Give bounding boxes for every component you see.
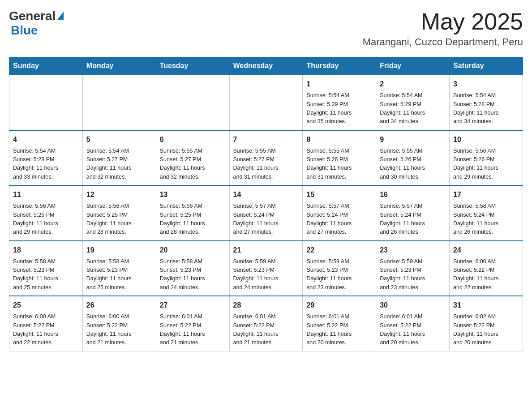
month-title: May 2025	[363, 9, 523, 34]
day-number: 17	[453, 189, 519, 200]
day-info: Sunrise: 5:57 AMSunset: 5:24 PMDaylight:…	[233, 202, 299, 237]
day-info: Sunrise: 5:56 AMSunset: 5:25 PMDaylight:…	[86, 202, 152, 237]
calendar-day-cell: 25Sunrise: 6:00 AMSunset: 5:22 PMDayligh…	[9, 296, 83, 351]
calendar-day-cell: 6Sunrise: 5:55 AMSunset: 5:27 PMDaylight…	[156, 130, 229, 186]
calendar-day-cell: 30Sunrise: 6:01 AMSunset: 5:22 PMDayligh…	[376, 296, 450, 351]
day-info: Sunrise: 5:55 AMSunset: 5:27 PMDaylight:…	[233, 147, 299, 182]
logo-blue-text: Blue	[11, 23, 38, 37]
day-number: 5	[86, 134, 152, 145]
day-number: 24	[453, 245, 519, 256]
calendar-day-cell: 17Sunrise: 5:58 AMSunset: 5:24 PMDayligh…	[450, 185, 523, 241]
day-number: 19	[86, 245, 152, 256]
day-number: 15	[306, 189, 372, 200]
day-info: Sunrise: 5:58 AMSunset: 5:24 PMDaylight:…	[453, 202, 519, 237]
day-number: 20	[160, 245, 226, 256]
day-info: Sunrise: 5:58 AMSunset: 5:23 PMDaylight:…	[13, 257, 79, 292]
day-info: Sunrise: 6:02 AMSunset: 5:22 PMDaylight:…	[453, 313, 519, 347]
calendar-day-cell	[82, 75, 156, 130]
logo-triangle-icon	[57, 12, 64, 20]
calendar-day-cell: 7Sunrise: 5:55 AMSunset: 5:27 PMDaylight…	[229, 130, 303, 186]
day-info: Sunrise: 5:58 AMSunset: 5:23 PMDaylight:…	[86, 257, 152, 292]
logo: General Blue	[9, 9, 64, 38]
calendar-day-cell: 23Sunrise: 5:59 AMSunset: 5:23 PMDayligh…	[376, 241, 450, 296]
day-number: 26	[86, 300, 152, 311]
day-info: Sunrise: 5:54 AMSunset: 5:27 PMDaylight:…	[86, 147, 152, 182]
calendar-day-cell: 18Sunrise: 5:58 AMSunset: 5:23 PMDayligh…	[9, 241, 83, 296]
calendar-day-cell: 12Sunrise: 5:56 AMSunset: 5:25 PMDayligh…	[82, 185, 156, 241]
calendar-day-cell: 26Sunrise: 6:00 AMSunset: 5:22 PMDayligh…	[82, 296, 156, 351]
calendar-day-cell	[9, 75, 83, 130]
calendar-day-cell: 22Sunrise: 5:59 AMSunset: 5:23 PMDayligh…	[303, 241, 376, 296]
day-info: Sunrise: 5:56 AMSunset: 5:25 PMDaylight:…	[13, 202, 79, 237]
day-number: 31	[453, 300, 519, 311]
calendar-day-cell: 19Sunrise: 5:58 AMSunset: 5:23 PMDayligh…	[82, 241, 156, 296]
day-info: Sunrise: 6:00 AMSunset: 5:22 PMDaylight:…	[453, 257, 519, 292]
calendar-day-cell: 9Sunrise: 5:55 AMSunset: 5:26 PMDaylight…	[376, 130, 450, 186]
day-info: Sunrise: 5:55 AMSunset: 5:27 PMDaylight:…	[160, 147, 226, 182]
calendar-day-cell: 1Sunrise: 5:54 AMSunset: 5:29 PMDaylight…	[303, 75, 376, 130]
day-number: 29	[306, 300, 372, 311]
calendar-day-cell: 29Sunrise: 6:01 AMSunset: 5:22 PMDayligh…	[303, 296, 376, 351]
day-number: 4	[13, 134, 79, 145]
calendar-day-header: Tuesday	[156, 57, 229, 75]
calendar-day-cell: 16Sunrise: 5:57 AMSunset: 5:24 PMDayligh…	[376, 185, 450, 241]
calendar-day-header: Sunday	[9, 57, 83, 75]
day-number: 7	[233, 134, 299, 145]
day-info: Sunrise: 5:59 AMSunset: 5:23 PMDaylight:…	[380, 257, 446, 292]
calendar-header-row: SundayMondayTuesdayWednesdayThursdayFrid…	[9, 57, 523, 75]
day-number: 6	[160, 134, 226, 145]
calendar-day-header: Monday	[82, 57, 156, 75]
day-number: 25	[13, 300, 79, 311]
calendar-table: SundayMondayTuesdayWednesdayThursdayFrid…	[9, 57, 523, 351]
day-info: Sunrise: 5:58 AMSunset: 5:23 PMDaylight:…	[160, 257, 226, 292]
day-number: 2	[380, 79, 446, 90]
day-number: 21	[233, 245, 299, 256]
day-info: Sunrise: 5:57 AMSunset: 5:24 PMDaylight:…	[380, 202, 446, 237]
calendar-day-cell: 5Sunrise: 5:54 AMSunset: 5:27 PMDaylight…	[82, 130, 156, 186]
day-number: 1	[306, 79, 372, 90]
day-number: 27	[160, 300, 226, 311]
calendar-day-cell	[156, 75, 229, 130]
day-info: Sunrise: 6:01 AMSunset: 5:22 PMDaylight:…	[160, 313, 226, 347]
day-number: 22	[306, 245, 372, 256]
calendar-day-cell: 21Sunrise: 5:59 AMSunset: 5:23 PMDayligh…	[229, 241, 303, 296]
day-info: Sunrise: 5:59 AMSunset: 5:23 PMDaylight:…	[306, 257, 372, 292]
page-header: General Blue May 2025 Marangani, Cuzco D…	[9, 9, 523, 48]
calendar-day-cell: 15Sunrise: 5:57 AMSunset: 5:24 PMDayligh…	[303, 185, 376, 241]
calendar-day-cell: 2Sunrise: 5:54 AMSunset: 5:29 PMDaylight…	[376, 75, 450, 130]
calendar-week-row: 4Sunrise: 5:54 AMSunset: 5:28 PMDaylight…	[9, 130, 523, 186]
day-info: Sunrise: 5:59 AMSunset: 5:23 PMDaylight:…	[233, 257, 299, 292]
day-info: Sunrise: 6:00 AMSunset: 5:22 PMDaylight:…	[13, 313, 79, 347]
calendar-day-cell: 11Sunrise: 5:56 AMSunset: 5:25 PMDayligh…	[9, 185, 83, 241]
calendar-day-cell: 3Sunrise: 5:54 AMSunset: 5:28 PMDaylight…	[450, 75, 523, 130]
day-info: Sunrise: 5:55 AMSunset: 5:26 PMDaylight:…	[380, 147, 446, 182]
day-info: Sunrise: 6:01 AMSunset: 5:22 PMDaylight:…	[233, 313, 299, 347]
calendar-day-cell: 13Sunrise: 5:56 AMSunset: 5:25 PMDayligh…	[156, 185, 229, 241]
day-number: 18	[13, 245, 79, 256]
calendar-day-cell: 10Sunrise: 5:56 AMSunset: 5:26 PMDayligh…	[450, 130, 523, 186]
calendar-week-row: 1Sunrise: 5:54 AMSunset: 5:29 PMDaylight…	[9, 75, 523, 130]
day-number: 9	[380, 134, 446, 145]
day-info: Sunrise: 5:55 AMSunset: 5:26 PMDaylight:…	[306, 147, 372, 182]
calendar-day-cell: 14Sunrise: 5:57 AMSunset: 5:24 PMDayligh…	[229, 185, 303, 241]
title-block: May 2025 Marangani, Cuzco Department, Pe…	[363, 9, 523, 48]
day-number: 14	[233, 189, 299, 200]
calendar-day-header: Friday	[376, 57, 450, 75]
day-info: Sunrise: 6:00 AMSunset: 5:22 PMDaylight:…	[86, 313, 152, 347]
day-number: 28	[233, 300, 299, 311]
calendar-day-cell	[229, 75, 303, 130]
calendar-day-cell: 31Sunrise: 6:02 AMSunset: 5:22 PMDayligh…	[450, 296, 523, 351]
day-info: Sunrise: 6:01 AMSunset: 5:22 PMDaylight:…	[380, 313, 446, 347]
day-info: Sunrise: 5:56 AMSunset: 5:26 PMDaylight:…	[453, 147, 519, 182]
day-number: 30	[380, 300, 446, 311]
calendar-day-cell: 28Sunrise: 6:01 AMSunset: 5:22 PMDayligh…	[229, 296, 303, 351]
calendar-week-row: 25Sunrise: 6:00 AMSunset: 5:22 PMDayligh…	[9, 296, 523, 351]
calendar-day-header: Saturday	[450, 57, 523, 75]
calendar-day-cell: 27Sunrise: 6:01 AMSunset: 5:22 PMDayligh…	[156, 296, 229, 351]
calendar-day-header: Thursday	[303, 57, 376, 75]
day-number: 3	[453, 79, 519, 90]
day-number: 8	[306, 134, 372, 145]
calendar-day-cell: 24Sunrise: 6:00 AMSunset: 5:22 PMDayligh…	[450, 241, 523, 296]
day-info: Sunrise: 5:57 AMSunset: 5:24 PMDaylight:…	[306, 202, 372, 237]
day-number: 10	[453, 134, 519, 145]
